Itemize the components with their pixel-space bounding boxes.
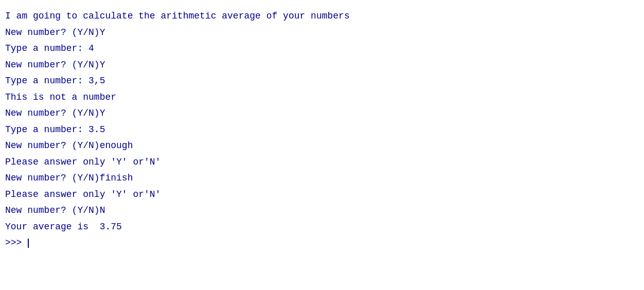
terminal-line: >>>	[5, 235, 643, 251]
terminal-line: New number? (Y/N)Y	[5, 57, 643, 74]
terminal-line: New number? (Y/N)Y	[5, 25, 643, 41]
terminal-line: New number? (Y/N)finish	[5, 170, 643, 187]
terminal-line: Type a number: 3.5	[5, 122, 643, 138]
terminal-line: Type a number: 4	[5, 41, 643, 57]
terminal-line: Type a number: 3,5	[5, 73, 643, 89]
terminal-line: I am going to calculate the arithmetic a…	[5, 8, 643, 25]
terminal-line: Your average is 3.75	[5, 219, 643, 235]
terminal-line: New number? (Y/N)enough	[5, 138, 643, 154]
terminal-line: Please answer only 'Y' or'N'	[5, 154, 643, 171]
terminal-line: New number? (Y/N)N	[5, 203, 643, 219]
terminal-prompt: >>>	[5, 235, 27, 251]
terminal-line: This is not a number	[5, 89, 643, 106]
terminal-cursor	[28, 239, 29, 248]
terminal-container: I am going to calculate the arithmetic a…	[2, 4, 644, 290]
terminal-line: Please answer only 'Y' or'N'	[5, 187, 643, 203]
terminal-line: New number? (Y/N)Y	[5, 105, 643, 122]
